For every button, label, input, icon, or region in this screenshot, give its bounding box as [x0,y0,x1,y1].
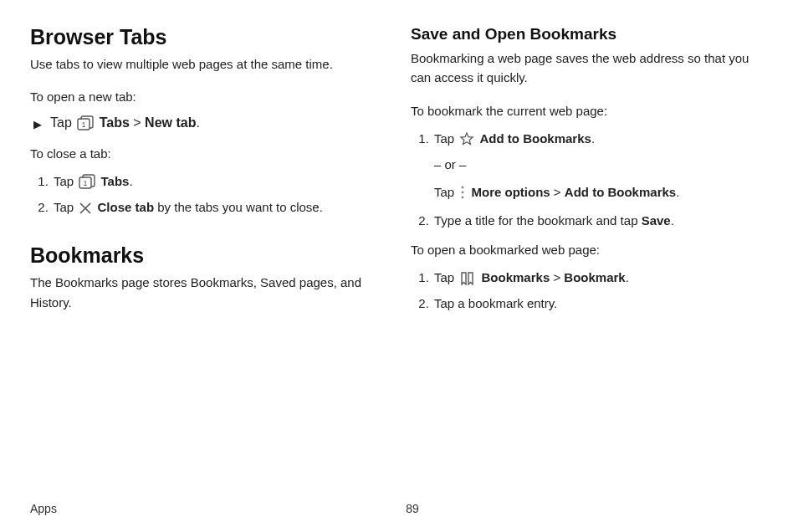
label-to-bookmark-current: To bookmark the current web page: [411,101,768,120]
period: . [676,185,679,199]
heading-bookmarks: Bookmarks [30,243,387,268]
close-x-icon [79,202,92,215]
open-step-1: Tap Bookmarks > Bookmark. [432,268,768,287]
bold-close-tab: Close tab [98,200,155,214]
text-tap: Tap [434,131,458,146]
bold-bookmark: Bookmark [564,270,625,284]
right-column: Save and Open Bookmarks Bookmarking a we… [411,25,768,324]
text-tap: Tap [50,115,75,130]
tabs-icon: 1 [77,115,94,130]
period: . [129,174,132,188]
heading-browser-tabs: Browser Tabs [30,25,387,49]
steps-close-tab: Tap 1 Tabs. Tap Close tab by the tabs yo… [30,171,387,217]
close-step-1: Tap 1 Tabs. [52,171,387,191]
bold-tabs: Tabs [100,115,130,130]
step-open-new-tab: ▶ Tap 1 Tabs > New tab. [33,115,387,134]
bold-new-tab: New tab [145,115,196,130]
label-open-new-tab: To open a new tab: [30,87,387,106]
bold-tabs: Tabs [101,174,130,188]
svg-point-6 [462,197,464,199]
label-to-open-bookmarked: To open a bookmarked web page: [411,240,768,259]
label-close-tab: To close a tab: [30,144,387,163]
page-footer: Apps 89 [30,502,768,515]
or-separator: – or – [434,155,768,174]
bold-add-bookmarks-alt: Add to Bookmarks [565,185,676,199]
svg-point-5 [462,192,464,194]
footer-page-number: 89 [30,502,768,515]
step-open-new-tab-text: Tap 1 Tabs > New tab. [50,115,200,130]
text-tap: Tap [54,174,77,188]
triangle-bullet-icon: ▶ [33,115,42,134]
left-column: Browser Tabs Use tabs to view multiple w… [30,25,387,324]
svg-text:1: 1 [82,120,86,129]
bold-more-options: More options [472,185,550,199]
more-options-icon [459,185,466,200]
bold-bookmarks-nav: Bookmarks [482,270,550,284]
steps-open-bookmark: Tap Bookmarks > Bookmark. Tap a bookmark… [411,268,768,314]
period: . [626,270,629,284]
period: . [196,115,199,130]
svg-point-4 [462,187,464,189]
heading-save-open-bookmarks: Save and Open Bookmarks [411,25,768,43]
period: . [591,131,595,146]
svg-text:1: 1 [84,179,88,187]
page-columns: Browser Tabs Use tabs to view multiple w… [30,25,768,324]
bookmark-step-2: Type a title for the bookmark and tap Sa… [432,211,768,230]
separator: > [550,185,565,199]
bookmark-alt: Tap More options > Add to Bookmarks. [434,182,768,202]
tabs-icon: 1 [79,174,95,189]
star-outline-icon [459,131,474,146]
open-step-2: Tap a bookmark entry. [432,294,768,313]
browser-tabs-description: Use tabs to view multiple web pages at t… [30,54,387,74]
bookmark-step-1: Tap Add to Bookmarks. – or – Tap More op… [432,129,768,202]
bold-add-bookmarks: Add to Bookmarks [480,131,591,146]
save-open-description: Bookmarking a web page saves the web add… [411,49,768,88]
text-tap: Tap [54,200,77,214]
period: . [671,213,674,228]
bold-save: Save [642,213,671,228]
text-suffix: by the tabs you want to close. [154,200,323,214]
separator: > [130,115,145,130]
steps-bookmark: Tap Add to Bookmarks. – or – Tap More op… [411,129,768,230]
text-tap: Tap [434,270,458,284]
separator: > [550,270,564,284]
bookmarks-icon [459,272,476,285]
close-step-2: Tap Close tab by the tabs you want to cl… [52,197,387,217]
footer-section: Apps [30,502,57,515]
text-save-title: Type a title for the bookmark and tap [434,213,642,228]
bookmarks-description: The Bookmarks page stores Bookmarks, Sav… [30,273,387,312]
text-tap: Tap [434,185,458,199]
